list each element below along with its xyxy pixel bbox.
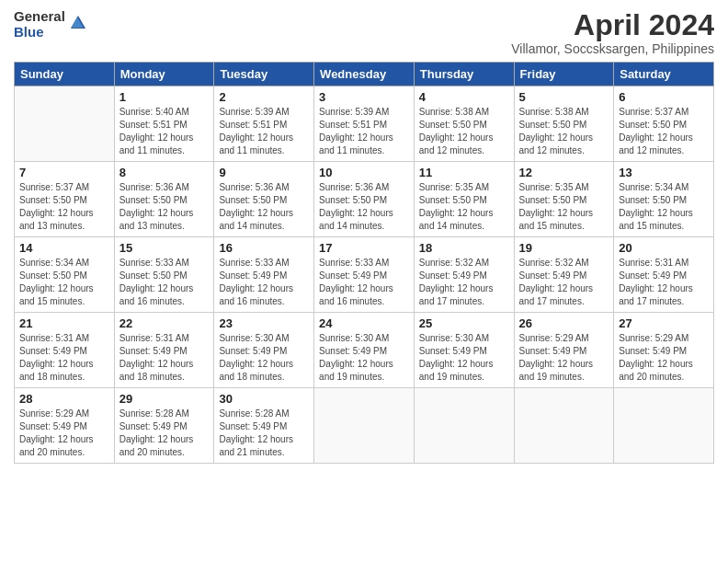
day-number: 27 (619, 316, 709, 330)
calendar-cell: 9Sunrise: 5:36 AMSunset: 5:50 PMDaylight… (214, 162, 314, 237)
day-info: Sunrise: 5:33 AMSunset: 5:50 PMDaylight:… (119, 257, 210, 308)
day-info: Sunrise: 5:35 AMSunset: 5:50 PMDaylight:… (519, 181, 609, 233)
day-info: Sunrise: 5:28 AMSunset: 5:49 PMDaylight:… (119, 408, 210, 459)
day-info: Sunrise: 5:37 AMSunset: 5:50 PMDaylight:… (619, 106, 709, 157)
day-info: Sunrise: 5:34 AMSunset: 5:50 PMDaylight:… (19, 257, 109, 308)
calendar-cell (514, 388, 614, 464)
day-number: 25 (419, 316, 509, 330)
day-number: 2 (219, 90, 309, 104)
day-info: Sunrise: 5:31 AMSunset: 5:49 PMDaylight:… (19, 332, 109, 384)
calendar-cell: 20Sunrise: 5:31 AMSunset: 5:49 PMDayligh… (614, 237, 714, 313)
calendar-cell: 4Sunrise: 5:38 AMSunset: 5:50 PMDaylight… (414, 86, 514, 162)
day-info: Sunrise: 5:36 AMSunset: 5:50 PMDaylight:… (119, 181, 210, 233)
day-number: 10 (319, 166, 409, 179)
calendar-cell (614, 388, 714, 464)
day-info: Sunrise: 5:32 AMSunset: 5:49 PMDaylight:… (519, 257, 609, 308)
day-info: Sunrise: 5:33 AMSunset: 5:49 PMDaylight:… (219, 257, 309, 308)
day-number: 22 (119, 316, 210, 330)
calendar-cell: 15Sunrise: 5:33 AMSunset: 5:50 PMDayligh… (114, 237, 214, 313)
calendar-header-saturday: Saturday (614, 63, 714, 86)
calendar-cell: 16Sunrise: 5:33 AMSunset: 5:49 PMDayligh… (214, 237, 314, 313)
calendar-cell: 1Sunrise: 5:40 AMSunset: 5:51 PMDaylight… (114, 86, 214, 162)
calendar-header-sunday: Sunday (15, 63, 115, 86)
title-area: April 2024 Villamor, Soccsksargen, Phili… (511, 9, 714, 56)
day-number: 11 (419, 166, 509, 179)
calendar-cell: 17Sunrise: 5:33 AMSunset: 5:49 PMDayligh… (314, 237, 415, 313)
day-number: 14 (19, 241, 109, 255)
calendar-cell: 24Sunrise: 5:30 AMSunset: 5:49 PMDayligh… (314, 313, 415, 388)
page-header: General Blue April 2024 Villamor, Soccsk… (14, 9, 714, 56)
calendar-cell: 30Sunrise: 5:28 AMSunset: 5:49 PMDayligh… (214, 388, 314, 464)
calendar-cell: 22Sunrise: 5:31 AMSunset: 5:49 PMDayligh… (114, 313, 214, 388)
day-info: Sunrise: 5:29 AMSunset: 5:49 PMDaylight:… (619, 332, 709, 384)
calendar-header-friday: Friday (514, 63, 614, 86)
day-number: 21 (19, 316, 109, 330)
day-number: 29 (119, 392, 210, 406)
calendar-cell (314, 388, 415, 464)
calendar-cell: 8Sunrise: 5:36 AMSunset: 5:50 PMDaylight… (114, 162, 214, 237)
calendar-cell: 18Sunrise: 5:32 AMSunset: 5:49 PMDayligh… (414, 237, 514, 313)
calendar-cell: 12Sunrise: 5:35 AMSunset: 5:50 PMDayligh… (514, 162, 614, 237)
day-number: 1 (119, 90, 210, 104)
day-info: Sunrise: 5:31 AMSunset: 5:49 PMDaylight:… (619, 257, 709, 308)
calendar-cell: 5Sunrise: 5:38 AMSunset: 5:50 PMDaylight… (514, 86, 614, 162)
day-number: 8 (119, 166, 210, 179)
day-number: 13 (619, 166, 709, 179)
day-number: 15 (119, 241, 210, 255)
day-info: Sunrise: 5:37 AMSunset: 5:50 PMDaylight:… (19, 181, 109, 233)
day-number: 18 (419, 241, 509, 255)
logo: General Blue (14, 9, 89, 40)
day-number: 7 (19, 166, 109, 179)
logo-general: General (14, 9, 65, 25)
day-number: 28 (19, 392, 109, 406)
day-number: 6 (619, 90, 709, 104)
day-number: 23 (219, 316, 309, 330)
day-info: Sunrise: 5:29 AMSunset: 5:49 PMDaylight:… (19, 408, 109, 459)
day-number: 24 (319, 316, 409, 330)
day-info: Sunrise: 5:36 AMSunset: 5:50 PMDaylight:… (219, 181, 309, 233)
day-number: 16 (219, 241, 309, 255)
calendar-header-thursday: Thursday (414, 63, 514, 86)
day-info: Sunrise: 5:29 AMSunset: 5:49 PMDaylight:… (519, 332, 609, 384)
calendar-header-tuesday: Tuesday (214, 63, 314, 86)
day-info: Sunrise: 5:30 AMSunset: 5:49 PMDaylight:… (419, 332, 509, 384)
logo-icon (67, 12, 89, 34)
day-number: 30 (219, 392, 309, 406)
logo-blue: Blue (14, 25, 65, 40)
day-number: 4 (419, 90, 509, 104)
day-info: Sunrise: 5:28 AMSunset: 5:49 PMDaylight:… (219, 408, 309, 459)
day-info: Sunrise: 5:30 AMSunset: 5:49 PMDaylight:… (219, 332, 309, 384)
calendar-cell: 14Sunrise: 5:34 AMSunset: 5:50 PMDayligh… (15, 237, 115, 313)
calendar-cell: 3Sunrise: 5:39 AMSunset: 5:51 PMDaylight… (314, 86, 415, 162)
day-info: Sunrise: 5:32 AMSunset: 5:49 PMDaylight:… (419, 257, 509, 308)
calendar-cell: 2Sunrise: 5:39 AMSunset: 5:51 PMDaylight… (214, 86, 314, 162)
calendar-cell: 13Sunrise: 5:34 AMSunset: 5:50 PMDayligh… (614, 162, 714, 237)
day-info: Sunrise: 5:39 AMSunset: 5:51 PMDaylight:… (219, 106, 309, 157)
day-info: Sunrise: 5:35 AMSunset: 5:50 PMDaylight:… (419, 181, 509, 233)
day-info: Sunrise: 5:38 AMSunset: 5:50 PMDaylight:… (419, 106, 509, 157)
calendar-cell: 11Sunrise: 5:35 AMSunset: 5:50 PMDayligh… (414, 162, 514, 237)
day-number: 26 (519, 316, 609, 330)
day-number: 9 (219, 166, 309, 179)
day-info: Sunrise: 5:39 AMSunset: 5:51 PMDaylight:… (319, 106, 409, 157)
day-number: 5 (519, 90, 609, 104)
calendar-table: SundayMondayTuesdayWednesdayThursdayFrid… (14, 62, 714, 464)
day-number: 17 (319, 241, 409, 255)
calendar-cell: 28Sunrise: 5:29 AMSunset: 5:49 PMDayligh… (15, 388, 115, 464)
calendar-cell: 6Sunrise: 5:37 AMSunset: 5:50 PMDaylight… (614, 86, 714, 162)
calendar-cell: 7Sunrise: 5:37 AMSunset: 5:50 PMDaylight… (15, 162, 115, 237)
calendar-cell (414, 388, 514, 464)
day-info: Sunrise: 5:34 AMSunset: 5:50 PMDaylight:… (619, 181, 709, 233)
day-info: Sunrise: 5:31 AMSunset: 5:49 PMDaylight:… (119, 332, 210, 384)
day-number: 19 (519, 241, 609, 255)
month-title: April 2024 (511, 9, 714, 41)
calendar-cell: 23Sunrise: 5:30 AMSunset: 5:49 PMDayligh… (214, 313, 314, 388)
calendar-cell: 25Sunrise: 5:30 AMSunset: 5:49 PMDayligh… (414, 313, 514, 388)
day-info: Sunrise: 5:36 AMSunset: 5:50 PMDaylight:… (319, 181, 409, 233)
calendar-cell: 29Sunrise: 5:28 AMSunset: 5:49 PMDayligh… (114, 388, 214, 464)
calendar-header-wednesday: Wednesday (314, 63, 415, 86)
day-info: Sunrise: 5:33 AMSunset: 5:49 PMDaylight:… (319, 257, 409, 308)
calendar-cell: 26Sunrise: 5:29 AMSunset: 5:49 PMDayligh… (514, 313, 614, 388)
calendar-cell: 21Sunrise: 5:31 AMSunset: 5:49 PMDayligh… (15, 313, 115, 388)
calendar-cell: 27Sunrise: 5:29 AMSunset: 5:49 PMDayligh… (614, 313, 714, 388)
